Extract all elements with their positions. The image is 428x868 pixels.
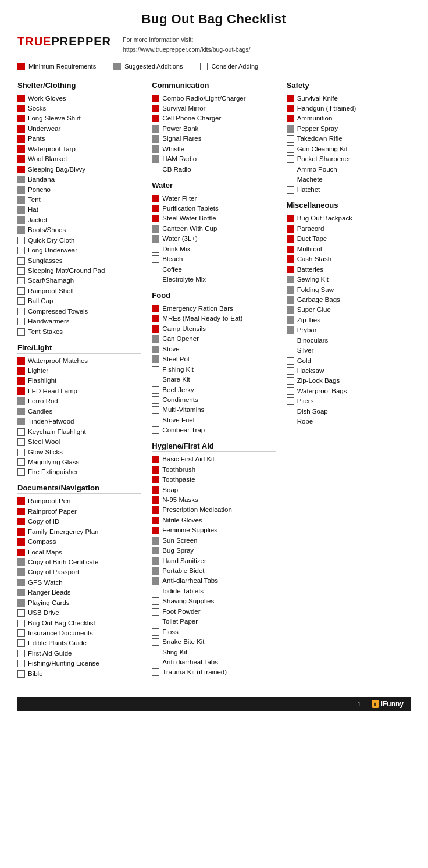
list-item[interactable]: Multi-Vitamins (152, 405, 276, 414)
list-item[interactable]: Socks (17, 104, 141, 113)
list-item[interactable]: Keychain Flashlight (17, 428, 141, 436)
item-checkbox[interactable] (17, 287, 25, 295)
item-checkbox[interactable] (17, 125, 25, 133)
item-checkbox[interactable] (17, 579, 25, 586)
list-item[interactable]: Rainproof Pen (17, 497, 141, 506)
list-item[interactable]: Fishing/Hunting License (17, 659, 141, 668)
list-item[interactable]: Sleeping Mat/Ground Pad (17, 266, 141, 275)
item-checkbox[interactable] (152, 517, 159, 524)
list-item[interactable]: Snake Bite Kit (152, 638, 276, 646)
item-checkbox[interactable] (17, 277, 25, 284)
list-item[interactable]: Steel Wool (17, 437, 141, 446)
list-item[interactable]: Compass (17, 538, 141, 546)
item-checkbox[interactable] (152, 276, 159, 283)
list-item[interactable]: Foot Powder (152, 607, 276, 616)
item-checkbox[interactable] (287, 166, 294, 173)
item-checkbox[interactable] (17, 166, 25, 173)
list-item[interactable]: Whistle (152, 145, 276, 154)
list-item[interactable]: Sun Screen (152, 536, 276, 545)
list-item[interactable]: Long Sleeve Shirt (17, 114, 141, 123)
list-item[interactable]: Edible Plants Guide (17, 639, 141, 648)
item-checkbox[interactable] (17, 397, 25, 405)
item-checkbox[interactable] (152, 195, 159, 202)
item-checkbox[interactable] (152, 396, 159, 404)
item-checkbox[interactable] (152, 355, 159, 363)
item-checkbox[interactable] (287, 255, 294, 263)
list-item[interactable]: Quick Dry Cloth (17, 236, 141, 245)
list-item[interactable]: Ferro Rod (17, 397, 141, 405)
list-item[interactable]: Shaving Supplies (152, 597, 276, 606)
list-item[interactable]: Boots/Shoes (17, 226, 141, 234)
list-item[interactable]: Fire Extinguisher (17, 468, 141, 476)
list-item[interactable]: Copy of ID (17, 517, 141, 526)
item-checkbox[interactable] (287, 125, 294, 133)
item-checkbox[interactable] (17, 620, 25, 627)
list-item[interactable]: Condiments (152, 396, 276, 404)
item-checkbox[interactable] (17, 145, 25, 153)
list-item[interactable]: Magnifying Glass (17, 458, 141, 467)
list-item[interactable]: Fishing Kit (152, 365, 276, 374)
item-checkbox[interactable] (152, 215, 159, 222)
item-checkbox[interactable] (17, 308, 25, 315)
item-checkbox[interactable] (152, 266, 159, 273)
list-item[interactable]: Pepper Spray (287, 124, 411, 133)
list-item[interactable]: Cash Stash (287, 255, 411, 264)
item-checkbox[interactable] (152, 225, 159, 233)
item-checkbox[interactable] (287, 296, 294, 304)
item-checkbox[interactable] (287, 266, 294, 273)
list-item[interactable]: Zip Ties (287, 316, 411, 325)
item-checkbox[interactable] (152, 649, 159, 656)
item-checkbox[interactable] (287, 225, 294, 233)
list-item[interactable]: Multitool (287, 245, 411, 254)
list-item[interactable]: Lighter (17, 367, 141, 375)
item-checkbox[interactable] (17, 639, 25, 647)
list-item[interactable]: LED Head Lamp (17, 387, 141, 396)
item-checkbox[interactable] (17, 549, 25, 556)
list-item[interactable]: Wool Blanket (17, 155, 141, 163)
item-checkbox[interactable] (287, 186, 294, 194)
list-item[interactable]: Binoculars (287, 336, 411, 345)
list-item[interactable]: Gun Cleaning Kit (287, 145, 411, 154)
item-checkbox[interactable] (17, 599, 25, 607)
list-item[interactable]: Sunglasses (17, 257, 141, 265)
list-item[interactable]: Bible (17, 670, 141, 678)
list-item[interactable]: Prybar (287, 326, 411, 335)
item-checkbox[interactable] (17, 508, 25, 515)
item-checkbox[interactable] (17, 196, 25, 204)
item-checkbox[interactable] (287, 176, 294, 183)
item-checkbox[interactable] (287, 397, 294, 405)
list-item[interactable]: Machete (287, 175, 411, 184)
list-item[interactable]: Water (3L+) (152, 234, 276, 243)
list-item[interactable]: Purification Tablets (152, 204, 276, 213)
list-item[interactable]: Beef Jerky (152, 386, 276, 394)
list-item[interactable]: Bandana (17, 175, 141, 184)
list-item[interactable]: Can Opener (152, 335, 276, 343)
item-checkbox[interactable] (152, 417, 159, 424)
item-checkbox[interactable] (17, 418, 25, 425)
list-item[interactable]: Portable Bidet (152, 567, 276, 575)
list-item[interactable]: Waterproof Tarp (17, 145, 141, 154)
item-checkbox[interactable] (152, 426, 159, 434)
item-checkbox[interactable] (287, 286, 294, 294)
item-checkbox[interactable] (152, 115, 159, 122)
item-checkbox[interactable] (152, 597, 159, 605)
item-checkbox[interactable] (17, 377, 25, 385)
item-checkbox[interactable] (17, 176, 25, 183)
list-item[interactable]: Sleeping Bag/Bivvy (17, 165, 141, 174)
list-item[interactable]: Stove Fuel (152, 416, 276, 425)
item-checkbox[interactable] (152, 255, 159, 263)
item-checkbox[interactable] (17, 660, 25, 667)
item-checkbox[interactable] (17, 357, 25, 365)
list-item[interactable]: Insurance Documents (17, 629, 141, 638)
list-item[interactable]: Power Bank (152, 124, 276, 133)
list-item[interactable]: Electrolyte Mix (152, 275, 276, 284)
item-checkbox[interactable] (152, 456, 159, 463)
item-checkbox[interactable] (287, 337, 294, 344)
item-checkbox[interactable] (17, 629, 25, 637)
list-item[interactable]: Family Emergency Plan (17, 528, 141, 536)
item-checkbox[interactable] (152, 366, 159, 373)
item-checkbox[interactable] (287, 347, 294, 354)
list-item[interactable]: Pocket Sharpener (287, 155, 411, 163)
list-item[interactable]: Drink Mix (152, 245, 276, 254)
item-checkbox[interactable] (152, 325, 159, 333)
